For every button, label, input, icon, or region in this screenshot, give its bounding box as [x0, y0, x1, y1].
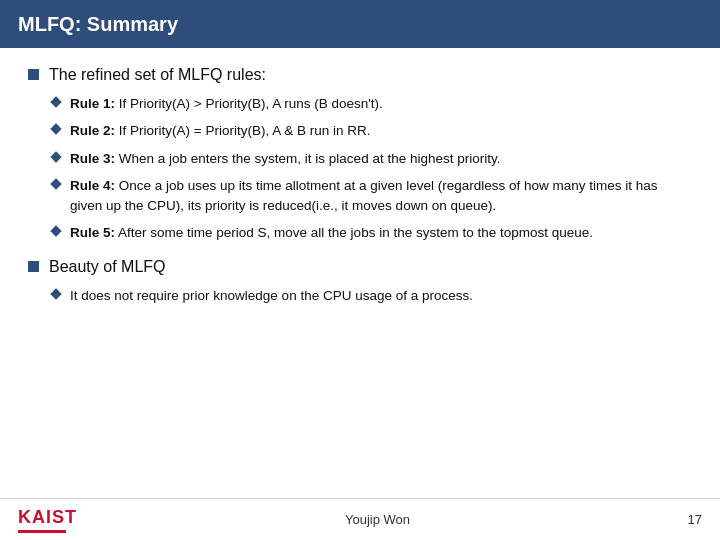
section-mlfq-rules: The refined set of MLFQ rules: Rule 1: I… [28, 66, 692, 244]
slide-header: MLFQ: Summary [0, 0, 720, 48]
diamond-bullet-2 [50, 124, 61, 135]
header-title: MLFQ: Summary [18, 13, 178, 36]
list-item: Rule 3: When a job enters the system, it… [52, 149, 692, 169]
list-item: Rule 5: After some time period S, move a… [52, 223, 692, 243]
diamond-bullet-6 [50, 288, 61, 299]
section2-title-row: Beauty of MLFQ [28, 258, 692, 276]
rule4-bold: Rule 4: [70, 178, 115, 193]
list-item: Rule 1: If Priority(A) > Priority(B), A … [52, 94, 692, 114]
diamond-bullet-3 [50, 151, 61, 162]
section-beauty-mlfq: Beauty of MLFQ It does not require prior… [28, 258, 692, 306]
rule5-text: Rule 5: After some time period S, move a… [70, 223, 593, 243]
footer-author: Youjip Won [77, 512, 678, 527]
slide-content: The refined set of MLFQ rules: Rule 1: I… [0, 48, 720, 498]
list-item: It does not require prior knowledge on t… [52, 286, 692, 306]
square-bullet-1 [28, 69, 39, 80]
diamond-bullet-5 [50, 226, 61, 237]
slide-footer: KAIST Youjip Won 17 [0, 498, 720, 540]
rule4-text: Rule 4: Once a job uses up its time allo… [70, 176, 692, 217]
kaist-logo: KAIST [18, 507, 77, 533]
rules-list: Rule 1: If Priority(A) > Priority(B), A … [52, 94, 692, 244]
list-item: Rule 2: If Priority(A) = Priority(B), A … [52, 121, 692, 141]
square-bullet-2 [28, 261, 39, 272]
rule1-bold: Rule 1: [70, 96, 115, 111]
diamond-bullet-4 [50, 178, 61, 189]
kaist-underline [18, 530, 66, 533]
rule3-bold: Rule 3: [70, 151, 115, 166]
rule2-bold: Rule 2: [70, 123, 115, 138]
rule5-bold: Rule 5: [70, 225, 115, 240]
beauty-item1-text: It does not require prior knowledge on t… [70, 286, 473, 306]
section2-label: Beauty of MLFQ [49, 258, 166, 276]
rule2-text: Rule 2: If Priority(A) = Priority(B), A … [70, 121, 370, 141]
rule3-text: Rule 3: When a job enters the system, it… [70, 149, 500, 169]
footer-page-number: 17 [678, 512, 702, 527]
rule1-text: Rule 1: If Priority(A) > Priority(B), A … [70, 94, 383, 114]
beauty-list: It does not require prior knowledge on t… [52, 286, 692, 306]
section1-label: The refined set of MLFQ rules: [49, 66, 266, 84]
kaist-logo-text: KAIST [18, 507, 77, 528]
list-item: Rule 4: Once a job uses up its time allo… [52, 176, 692, 217]
diamond-bullet-1 [50, 96, 61, 107]
section1-title-row: The refined set of MLFQ rules: [28, 66, 692, 84]
